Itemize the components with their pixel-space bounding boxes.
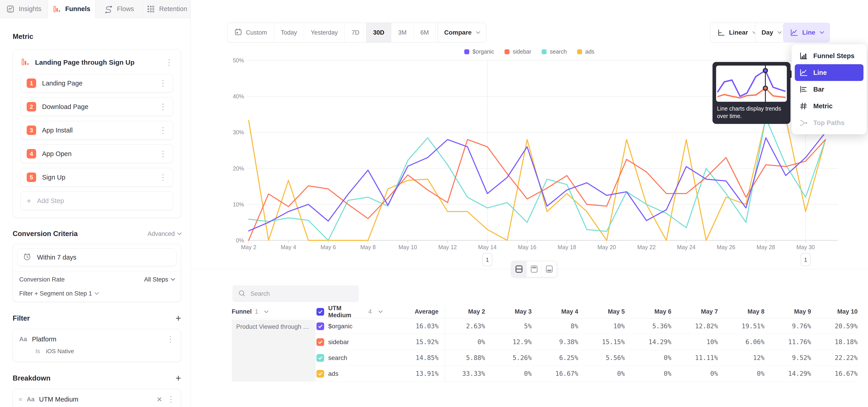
row-checkbox[interactable]: [316, 338, 324, 346]
metric-kebab-icon[interactable]: ⋮: [165, 58, 173, 66]
breakdown-property[interactable]: UTM Medium: [39, 396, 152, 403]
range-6m[interactable]: 6M: [414, 23, 436, 42]
svg-text:May 18: May 18: [558, 244, 576, 250]
conversion-rate-dropdown[interactable]: All Steps: [144, 276, 175, 283]
column-header-may-9[interactable]: May 9: [765, 308, 811, 315]
cell-value: 9.76%: [765, 322, 811, 330]
step-kebab-icon[interactable]: ⋮: [159, 173, 167, 181]
metric-card: Landing Page through Sign Up ⋮ 1Landing …: [13, 49, 181, 218]
metric-header[interactable]: Landing Page through Sign Up ⋮: [21, 56, 173, 69]
menu-item-bar[interactable]: Bar: [795, 81, 864, 98]
tab-flows[interactable]: Flows: [95, 0, 143, 18]
compare-button[interactable]: Compare: [438, 23, 486, 42]
column-header-may-2[interactable]: May 2: [438, 308, 485, 315]
column-header-average[interactable]: Average: [382, 308, 438, 315]
layout-header-button[interactable]: [527, 261, 542, 277]
legend-item-sidebar[interactable]: sidebar: [504, 49, 531, 55]
filter-kebab-icon[interactable]: ⋮: [166, 335, 175, 343]
funnel-column-label: Funnel: [232, 308, 252, 315]
column-header-may-3[interactable]: May 3: [485, 308, 532, 315]
row-label: search: [328, 354, 347, 362]
step-download-page[interactable]: 2Download Page⋮: [21, 97, 173, 116]
range-7d[interactable]: 7D: [345, 23, 366, 42]
column-header-may-10[interactable]: May 10: [811, 308, 858, 315]
legend-item-ads[interactable]: ads: [577, 49, 594, 55]
tab-insights[interactable]: Insights: [0, 0, 48, 18]
menu-item-label: Metric: [813, 102, 833, 110]
drag-handle-icon[interactable]: ≡: [19, 396, 22, 403]
filter-segment-dropdown[interactable]: Filter + Segment on Step 1: [19, 290, 98, 297]
add-step-button[interactable]: + Add Step: [21, 191, 173, 210]
add-step-label: Add Step: [37, 197, 64, 205]
chevron-down-icon: [177, 231, 182, 235]
cell-value: 16.67%: [532, 370, 578, 377]
legend-item-organic[interactable]: $organic: [464, 49, 494, 55]
range-yesterday[interactable]: Yesterday: [304, 23, 345, 42]
column-header-may-6[interactable]: May 6: [625, 308, 671, 315]
svg-text:0%: 0%: [236, 237, 244, 244]
row-checkbox[interactable]: [316, 322, 324, 330]
step-landing-page[interactable]: 1Landing Page⋮: [21, 74, 173, 92]
row-checkbox[interactable]: [316, 354, 324, 362]
sidebar: Metric Landing Page through Sign Up ⋮ 1L…: [0, 18, 191, 407]
scale-label: Linear: [729, 29, 748, 36]
tab-funnels[interactable]: Funnels: [48, 0, 95, 18]
chart-type-dropdown[interactable]: Line: [783, 23, 830, 42]
chevron-down-icon: [476, 29, 480, 34]
filter-condition[interactable]: Is iOS Native: [19, 348, 175, 355]
funnel-column-count: 1: [255, 308, 258, 315]
column-header-may-8[interactable]: May 8: [718, 308, 765, 315]
step-number-badge: 1: [27, 79, 36, 88]
step-number-badge: 3: [27, 125, 36, 135]
range-today[interactable]: Today: [274, 23, 304, 42]
column-header-may-5[interactable]: May 5: [578, 308, 625, 315]
range-3m[interactable]: 3M: [391, 23, 414, 42]
step-kebab-icon[interactable]: ⋮: [159, 79, 167, 87]
cell-value: 0%: [485, 370, 532, 377]
menu-item-line[interactable]: Line: [795, 64, 864, 81]
step-number-badge: 5: [27, 173, 36, 182]
breakdown-column-dropdown[interactable]: UTM Medium 4: [316, 305, 382, 319]
cell-value: 15.15%: [578, 338, 625, 346]
filter-property[interactable]: Platform: [32, 336, 161, 343]
step-kebab-icon[interactable]: ⋮: [159, 126, 167, 134]
legend-label: ads: [585, 49, 594, 55]
step-kebab-icon[interactable]: ⋮: [159, 150, 167, 158]
value-columns: AverageMay 2May 3May 4May 5May 6May 7May…: [382, 308, 858, 315]
series-ads: [249, 118, 826, 240]
table-row-group[interactable]: Product Viewed through P...: [232, 320, 316, 382]
remove-breakdown-icon[interactable]: ✕: [157, 396, 162, 403]
cell-value: 0%: [578, 370, 625, 377]
menu-item-funnel-steps[interactable]: Funnel Steps: [795, 48, 864, 64]
layout-bottom-button[interactable]: [542, 261, 557, 277]
breakdown-kebab-icon[interactable]: ⋮: [167, 395, 175, 403]
layout-split-h-button[interactable]: [512, 261, 527, 277]
menu-item-metric[interactable]: Metric: [795, 98, 864, 115]
cell-value: 12.82%: [671, 322, 718, 330]
svg-text:May 22: May 22: [637, 244, 656, 250]
advanced-dropdown[interactable]: Advanced: [148, 230, 181, 238]
filter-segment-row: Filter + Segment on Step 1: [13, 287, 181, 300]
range-30d[interactable]: 30D: [366, 23, 392, 42]
legend-item-search[interactable]: search: [541, 49, 567, 55]
range-custom[interactable]: Custom: [227, 23, 274, 42]
svg-text:May 20: May 20: [597, 244, 616, 250]
add-breakdown-button[interactable]: +: [176, 374, 181, 383]
column-header-may-4[interactable]: May 4: [532, 308, 578, 315]
filter-value: iOS Native: [46, 348, 74, 355]
step-app-open[interactable]: 4App Open⋮: [21, 145, 173, 163]
svg-text:May 24: May 24: [677, 244, 695, 250]
menu-item-label: Top Paths: [813, 119, 844, 127]
column-header-may-7[interactable]: May 7: [671, 308, 718, 315]
step-kebab-icon[interactable]: ⋮: [159, 103, 167, 111]
conversion-window[interactable]: Within 7 days: [18, 249, 176, 266]
tab-label: Retention: [159, 5, 187, 13]
funnel-column-dropdown[interactable]: Funnel 1: [232, 308, 316, 315]
tab-retention[interactable]: Retention: [143, 0, 191, 18]
add-filter-button[interactable]: +: [176, 314, 181, 323]
select-all-checkbox[interactable]: [316, 308, 324, 316]
search-input[interactable]: [250, 290, 353, 298]
row-checkbox[interactable]: [316, 370, 324, 378]
step-sign-up[interactable]: 5Sign Up⋮: [21, 168, 173, 187]
step-app-install[interactable]: 3App Install⋮: [21, 121, 173, 139]
